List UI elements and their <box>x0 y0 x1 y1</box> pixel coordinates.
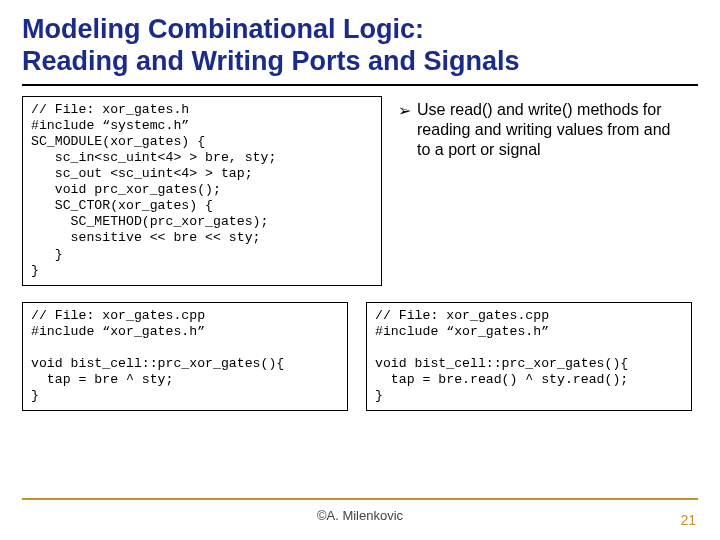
footer: ©A. Milenkovic 21 <box>0 508 720 528</box>
author-credit: ©A. Milenkovic <box>0 508 720 523</box>
bottom-row: // File: xor_gates.cpp #include “xor_gat… <box>22 302 698 412</box>
slide-title: Modeling Combinational Logic: Reading an… <box>22 14 698 78</box>
page-number: 21 <box>680 512 696 528</box>
arrow-bullet-icon: ➢ <box>398 100 411 160</box>
content-area: // File: xor_gates.h #include “systemc.h… <box>22 96 698 286</box>
code-box-source-right: // File: xor_gates.cpp #include “xor_gat… <box>366 302 692 412</box>
slide: Modeling Combinational Logic: Reading an… <box>0 0 720 540</box>
code-box-header-file: // File: xor_gates.h #include “systemc.h… <box>22 96 382 286</box>
footer-divider <box>22 498 698 500</box>
title-line-1: Modeling Combinational Logic: <box>22 14 424 44</box>
code-box-source-left: // File: xor_gates.cpp #include “xor_gat… <box>22 302 348 412</box>
bullet-text: Use read() and write() methods for readi… <box>417 100 686 160</box>
bullet-item: ➢ Use read() and write() methods for rea… <box>396 96 688 160</box>
left-column: // File: xor_gates.h #include “systemc.h… <box>22 96 382 286</box>
title-line-2: Reading and Writing Ports and Signals <box>22 46 520 76</box>
title-divider <box>22 84 698 86</box>
right-column: ➢ Use read() and write() methods for rea… <box>396 96 688 286</box>
